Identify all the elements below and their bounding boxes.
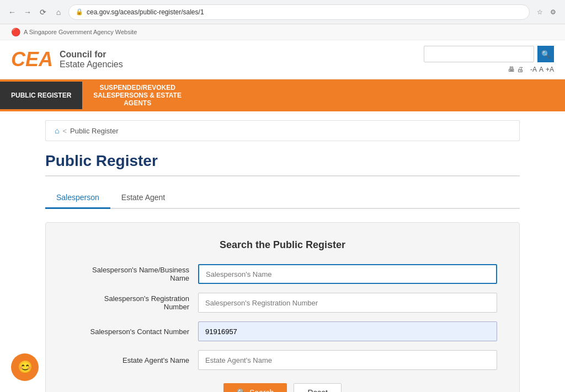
tab-salesperson[interactable]: Salesperson (45, 187, 110, 209)
normal-font-button[interactable]: A (539, 66, 543, 73)
reload-button[interactable]: ⟳ (38, 7, 49, 18)
decrease-font-button[interactable]: -A (530, 66, 537, 73)
browser-action-buttons: ☆ ⚙ (534, 7, 558, 18)
org-name-area: Council for Estate Agencies (60, 50, 123, 69)
header-search-input[interactable] (424, 46, 534, 62)
back-button[interactable]: ← (7, 7, 18, 18)
increase-font-button[interactable]: +A (546, 66, 554, 73)
gov-banner: 🔴 A Singapore Government Agency Website (0, 24, 565, 40)
header-right: 🔍 🖶 🖨 -A A +A (424, 46, 554, 73)
extensions-button[interactable]: ⚙ (547, 7, 558, 18)
header-search: 🔍 (424, 46, 554, 62)
org-name: Council for (60, 50, 123, 60)
logo-area: CEA Council for Estate Agencies (11, 50, 123, 69)
forward-button[interactable]: → (22, 7, 33, 18)
breadcrumb-current: Public Register (70, 127, 118, 135)
tab-estate-agent[interactable]: Estate Agent (110, 187, 176, 209)
url-bar[interactable]: 🔒 cea.gov.sg/aceas/public-register/sales… (68, 4, 530, 20)
chatbot-icon: 😊 (18, 360, 33, 374)
tabs: Salesperson Estate Agent (45, 187, 520, 209)
contact-label: Salesperson's Contact Number (68, 327, 189, 336)
browser-chrome: ← → ⟳ ⌂ 🔒 cea.gov.sg/aceas/public-regist… (0, 0, 565, 24)
breadcrumb-separator: < (62, 127, 67, 135)
lock-icon: 🔒 (76, 8, 83, 15)
title-divider (45, 175, 520, 176)
search-button[interactable]: 🔍 Search (223, 383, 287, 392)
search-panel: Search the Public Register Salesperson's… (45, 222, 520, 392)
announcement-bar: PUBLIC REGISTER SUSPENDED/REVOKEDSALESPE… (0, 79, 565, 111)
cea-logo[interactable]: CEA (11, 50, 53, 69)
contact-field-row: Salesperson's Contact Number (68, 321, 497, 341)
chatbot-button[interactable]: 😊 (11, 353, 39, 381)
suspended-revoked-nav[interactable]: SUSPENDED/REVOKEDSALESPERSONS & ESTATEAG… (82, 82, 193, 109)
breadcrumb: ⌂ < Public Register (45, 120, 520, 141)
estate-agent-label: Estate Agent's Name (68, 356, 189, 364)
search-button-label: Search (249, 388, 274, 392)
name-input[interactable] (198, 264, 497, 284)
estate-agent-input[interactable] (198, 350, 497, 370)
name-field-row: Salesperson's Name/BusinessName (68, 264, 497, 284)
search-icon: 🔍 (237, 388, 246, 392)
reset-button[interactable]: Reset (294, 383, 342, 392)
gov-banner-text: A Singapore Government Agency Website (24, 29, 137, 35)
registration-field-row: Salesperson's RegistrationNumber (68, 293, 497, 313)
search-panel-title: Search the Public Register (68, 239, 497, 251)
header-search-button[interactable]: 🔍 (537, 46, 554, 62)
font-size-controls: 🖶 🖨 -A A +A (508, 66, 554, 73)
home-button[interactable]: ⌂ (53, 7, 64, 18)
breadcrumb-home-icon[interactable]: ⌂ (55, 126, 59, 135)
registration-input[interactable] (198, 293, 497, 313)
name-label: Salesperson's Name/BusinessName (68, 266, 189, 282)
main-content: ⌂ < Public Register Public Register Sale… (34, 120, 531, 392)
contact-input[interactable] (198, 321, 497, 341)
registration-label: Salesperson's RegistrationNumber (68, 294, 189, 311)
public-register-nav[interactable]: PUBLIC REGISTER (0, 82, 82, 109)
estate-agent-field-row: Estate Agent's Name (68, 350, 497, 370)
url-text: cea.gov.sg/aceas/public-register/sales/1 (87, 8, 204, 16)
print-icon[interactable]: 🖨 (517, 66, 524, 73)
site-header: CEA Council for Estate Agencies 🔍 🖶 🖨 -A… (0, 40, 565, 79)
flag-icon: 🔴 (11, 28, 20, 36)
bookmark-button[interactable]: ☆ (534, 7, 545, 18)
org-sub: Estate Agencies (60, 60, 123, 69)
page-title: Public Register (45, 152, 520, 170)
form-actions: 🔍 Search Reset (68, 383, 497, 392)
